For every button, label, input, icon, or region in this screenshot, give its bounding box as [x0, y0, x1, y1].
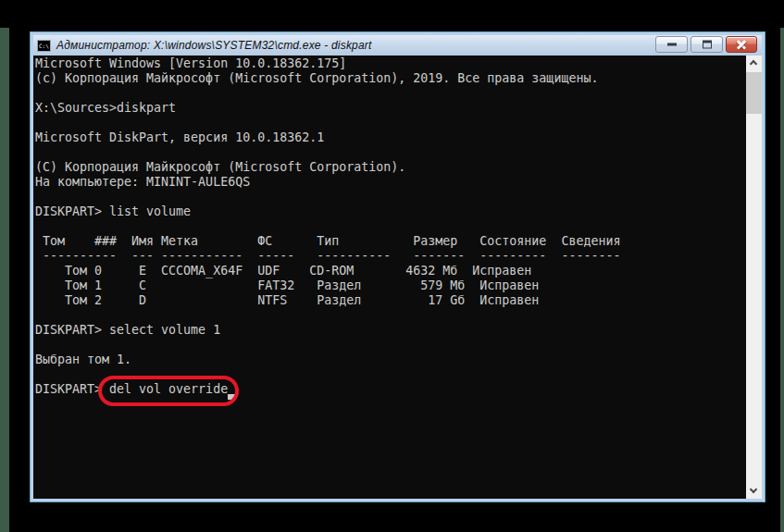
maximize-icon [703, 41, 712, 49]
cmd-icon[interactable]: C:\. [37, 40, 51, 52]
window-title: Администратор: X:\windows\SYSTEM32\cmd.e… [56, 39, 372, 52]
maximize-button[interactable] [691, 36, 723, 53]
titlebar[interactable]: C:\. Администратор: X:\windows\SYSTEM32\… [33, 35, 762, 56]
scrollbar-thumb[interactable] [746, 72, 762, 114]
vertical-scrollbar[interactable] [746, 56, 762, 499]
scroll-down-button[interactable] [746, 484, 762, 499]
text-cursor [228, 394, 235, 400]
console-output: Microsoft Windows [Version 10.0.18362.17… [33, 56, 746, 397]
console-area[interactable]: Microsoft Windows [Version 10.0.18362.17… [33, 56, 746, 499]
close-icon [736, 39, 747, 50]
cmd-window: C:\. Администратор: X:\windows\SYSTEM32\… [31, 32, 765, 501]
chevron-up-icon [750, 60, 757, 68]
screen-edge-left [0, 28, 9, 532]
screen: { "screen": { "background": "#000000", "… [0, 0, 784, 532]
scroll-up-button[interactable] [746, 56, 762, 70]
window-controls [655, 36, 757, 53]
close-button[interactable] [726, 36, 757, 53]
minimize-icon [667, 43, 677, 46]
chevron-down-icon [750, 486, 757, 493]
minimize-button[interactable] [655, 36, 688, 53]
screen-edge-right [780, 28, 784, 532]
